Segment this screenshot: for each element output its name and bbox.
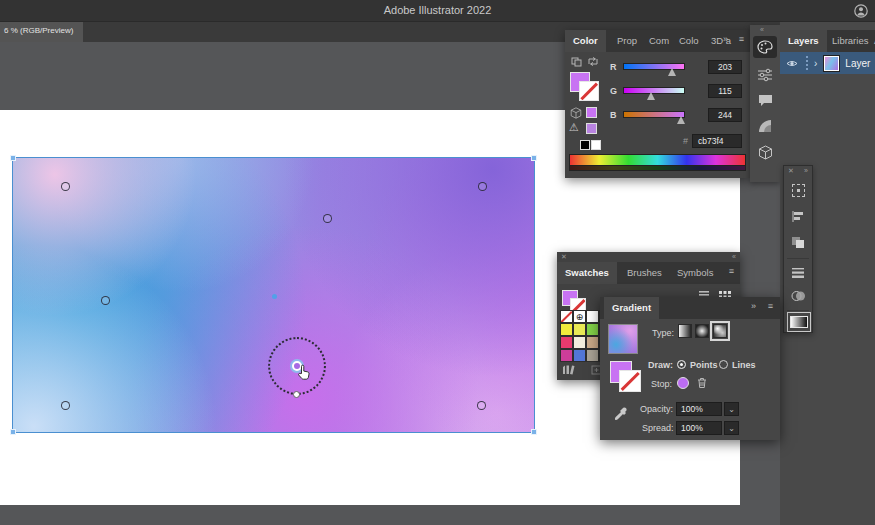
- gradient-mesh-point[interactable]: [323, 214, 332, 223]
- align-panel-icon[interactable]: [788, 206, 808, 226]
- panel-menu-icon[interactable]: ≡: [739, 34, 744, 44]
- close-dock-icon[interactable]: ✕: [788, 167, 794, 175]
- panel-overflow-icon[interactable]: »: [723, 34, 728, 44]
- red-value-field[interactable]: 203: [708, 60, 742, 74]
- swatch[interactable]: [586, 323, 599, 336]
- points-radio-label[interactable]: Points: [690, 360, 718, 370]
- artboard[interactable]: [12, 157, 535, 433]
- transform-panel-icon[interactable]: [788, 180, 808, 200]
- gradient-preview-thumbnail[interactable]: [608, 324, 638, 354]
- blue-slider[interactable]: [623, 111, 685, 118]
- transparency-panel-icon[interactable]: [788, 286, 808, 306]
- tab-layers[interactable]: Layers: [780, 30, 827, 52]
- selection-handle[interactable]: [10, 429, 16, 435]
- copy-color-icon[interactable]: [571, 57, 582, 67]
- tab-3d-materials[interactable]: 3D a: [703, 30, 739, 52]
- blue-slider-handle[interactable]: [677, 116, 685, 124]
- gradient-mesh-point[interactable]: [477, 401, 486, 410]
- spectrum-shade-bar[interactable]: [569, 166, 746, 171]
- 3d-materials-panel-icon[interactable]: [753, 141, 777, 163]
- layer-lock-column[interactable]: [806, 56, 809, 70]
- layer-thumbnail[interactable]: [824, 56, 839, 71]
- gradient-stop-swatch[interactable]: [677, 377, 689, 389]
- panel-overflow-icon[interactable]: »: [751, 301, 756, 311]
- hex-value-field[interactable]: cb73f4: [692, 134, 742, 148]
- tab-symbols[interactable]: Symbols: [669, 262, 721, 284]
- comments-panel-icon[interactable]: [753, 89, 777, 111]
- stroke-panel-icon[interactable]: [788, 262, 808, 282]
- lines-radio[interactable]: [719, 360, 728, 369]
- opacity-value-field[interactable]: 100%: [676, 402, 722, 416]
- green-slider[interactable]: [623, 87, 685, 94]
- layer-visibility-eye-icon[interactable]: [786, 59, 798, 68]
- swatch[interactable]: [560, 336, 573, 349]
- tab-properties[interactable]: Prop: [609, 30, 645, 52]
- layer-row[interactable]: › Layer: [780, 52, 875, 74]
- tab-artboards[interactable]: Art: [866, 30, 875, 52]
- black-chip[interactable]: [580, 140, 590, 150]
- swatch[interactable]: [560, 349, 573, 362]
- gradient-mesh-point[interactable]: [61, 401, 70, 410]
- gradient-mesh-point[interactable]: [101, 296, 110, 305]
- account-icon[interactable]: [853, 3, 869, 19]
- spread-dropdown-icon[interactable]: ⌄: [724, 421, 739, 435]
- collapse-panel-icon[interactable]: «: [732, 253, 736, 260]
- swatch[interactable]: [560, 323, 573, 336]
- linear-gradient-button[interactable]: [678, 324, 692, 338]
- selection-handle[interactable]: [531, 155, 537, 161]
- gradient-mesh-point[interactable]: [61, 182, 70, 191]
- swatch[interactable]: [573, 349, 586, 362]
- spread-handle[interactable]: [293, 391, 300, 398]
- swatch[interactable]: ⊕: [573, 310, 586, 323]
- lines-radio-label[interactable]: Lines: [732, 360, 756, 370]
- eyedropper-icon[interactable]: [613, 407, 628, 422]
- swatch[interactable]: [586, 336, 599, 349]
- properties-panel-icon[interactable]: [753, 64, 777, 86]
- layer-name[interactable]: Layer: [845, 58, 870, 69]
- document-tab[interactable]: 6 % (RGB/Preview): [0, 22, 83, 42]
- green-value-field[interactable]: 115: [708, 84, 742, 98]
- expand-dock-icon[interactable]: »: [804, 167, 808, 174]
- swatch[interactable]: [573, 323, 586, 336]
- stroke-color-swatch[interactable]: [579, 81, 599, 101]
- out-of-web-warning-icon[interactable]: ⚠: [569, 121, 579, 134]
- blue-value-field[interactable]: 244: [708, 108, 742, 122]
- collapse-dock-icon[interactable]: «: [760, 26, 764, 33]
- radial-gradient-button[interactable]: [695, 324, 709, 338]
- color-guide-panel-icon[interactable]: [753, 115, 777, 137]
- close-panel-icon[interactable]: ✕: [561, 253, 567, 261]
- out-of-gamut-cube-icon[interactable]: [570, 107, 582, 119]
- stroke-color-swatch[interactable]: [619, 370, 641, 392]
- swatch[interactable]: [586, 310, 599, 323]
- tab-brushes[interactable]: Brushes: [619, 262, 670, 284]
- freeform-gradient-button[interactable]: [713, 324, 727, 338]
- swatch[interactable]: [586, 349, 599, 362]
- opacity-dropdown-icon[interactable]: ⌄: [724, 402, 739, 416]
- color-spectrum-bar[interactable]: [569, 154, 746, 166]
- pathfinder-panel-icon[interactable]: [788, 232, 808, 252]
- panel-menu-icon[interactable]: ≡: [729, 266, 734, 276]
- gradient-panel-icon[interactable]: [787, 312, 811, 332]
- panel-menu-icon[interactable]: ≡: [768, 301, 773, 311]
- tab-gradient[interactable]: Gradient: [604, 297, 659, 319]
- web-safe-color-chip[interactable]: [586, 123, 597, 134]
- swap-fill-stroke-icon[interactable]: [587, 56, 599, 67]
- color-panel-icon[interactable]: [753, 36, 777, 58]
- layer-expand-chevron[interactable]: ›: [814, 58, 817, 69]
- tab-color-guide[interactable]: Colo: [671, 30, 707, 52]
- swatch-libraries-icon[interactable]: [562, 364, 575, 375]
- red-slider-handle[interactable]: [668, 68, 676, 76]
- tab-swatches[interactable]: Swatches: [557, 262, 617, 284]
- white-chip[interactable]: [591, 140, 601, 150]
- delete-stop-trash-icon[interactable]: [697, 377, 707, 389]
- green-slider-handle[interactable]: [647, 92, 655, 100]
- gradient-mesh-point[interactable]: [478, 182, 487, 191]
- swatch[interactable]: [560, 310, 573, 323]
- gradient-anchor-dot[interactable]: [272, 294, 277, 299]
- selection-handle[interactable]: [10, 155, 16, 161]
- points-radio[interactable]: [677, 360, 686, 369]
- tab-color[interactable]: Color: [565, 30, 606, 52]
- swatch[interactable]: [573, 336, 586, 349]
- selection-handle[interactable]: [531, 429, 537, 435]
- spread-value-field[interactable]: 100%: [676, 421, 722, 435]
